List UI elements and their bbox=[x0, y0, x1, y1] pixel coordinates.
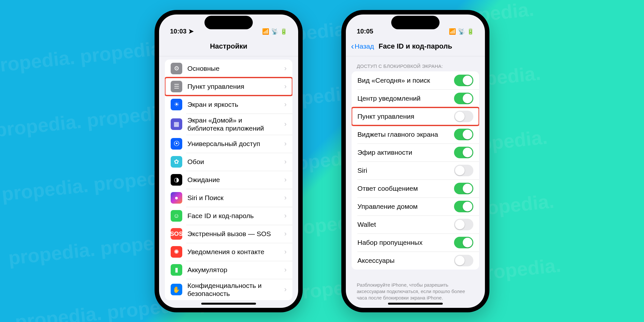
wifi-icon: 📡 bbox=[458, 28, 465, 35]
row-label: Экран «Домой» и библиотека приложений bbox=[187, 116, 279, 132]
settings-row-battery-icon: ▮ bbox=[171, 264, 182, 276]
settings-row-sos-icon: SOS bbox=[171, 228, 182, 240]
status-time: 10:03 ➤ bbox=[170, 27, 194, 35]
settings-row-faceid-icon: ☺ bbox=[171, 210, 182, 222]
toggle-reply-message[interactable] bbox=[454, 183, 473, 194]
row-label: Уведомления о контакте bbox=[187, 248, 279, 256]
row-label: Основные bbox=[187, 64, 279, 72]
status-time: 10:05 bbox=[357, 28, 373, 35]
row-label: Аксессуары bbox=[357, 256, 449, 264]
row-label: Эфир активности bbox=[357, 148, 449, 156]
chevron-right-icon: › bbox=[284, 100, 287, 109]
chevron-right-icon: › bbox=[284, 248, 287, 256]
row-label: Конфиденциальность и безопасность bbox=[187, 281, 279, 298]
stage: 10:03 ➤ 📶 📡 🔋 Настройки ⚙Основные›☰Пункт… bbox=[0, 0, 644, 322]
row-label: Экстренный вызов — SOS bbox=[187, 230, 279, 238]
settings-row-wallpaper[interactable]: ✿Обои› bbox=[165, 153, 292, 171]
phone-right-screen: 10:05 📶 📡 🔋 ‹ Назад Face ID и код-пароль… bbox=[346, 14, 485, 308]
row-label: Виджеты главного экрана bbox=[357, 130, 449, 138]
chevron-right-icon: › bbox=[284, 176, 287, 184]
settings-row-accessibility-icon: ⦿ bbox=[171, 138, 182, 150]
settings-row-display[interactable]: ☀Экран и яркость› bbox=[165, 96, 292, 114]
settings-row-battery[interactable]: ▮Аккумулятор› bbox=[165, 261, 292, 279]
row-label: Face ID и код-пароль bbox=[187, 212, 279, 220]
toggle-reply-message-row: Ответ сообщением bbox=[352, 179, 479, 198]
row-label: Универсальный доступ bbox=[187, 140, 279, 148]
toggle-return-missed-row: Набор пропущенных bbox=[352, 234, 479, 252]
settings-row-standby-icon: ◑ bbox=[171, 174, 182, 186]
settings-row-siri-icon: ● bbox=[171, 192, 182, 204]
chevron-right-icon: › bbox=[284, 230, 287, 238]
chevron-right-icon: › bbox=[284, 194, 287, 202]
back-button[interactable]: ‹ Назад bbox=[351, 42, 374, 50]
row-label: Пункт управления bbox=[357, 112, 449, 120]
toggle-wallet-row: Wallet bbox=[352, 216, 479, 234]
location-arrow-icon: ➤ bbox=[188, 28, 194, 35]
toggle-home-control[interactable] bbox=[454, 201, 473, 212]
row-label: Экран и яркость bbox=[187, 100, 279, 108]
row-label: Siri и Поиск bbox=[187, 194, 279, 202]
settings-row-siri[interactable]: ●Siri и Поиск› bbox=[165, 189, 292, 207]
chevron-right-icon: › bbox=[284, 266, 287, 274]
toggle-notification-center[interactable] bbox=[454, 93, 473, 104]
wifi-icon: 📡 bbox=[271, 28, 278, 35]
settings-row-control-center[interactable]: ☰Пункт управления› bbox=[165, 78, 292, 96]
navbar: ‹ Назад Face ID и код-пароль bbox=[346, 37, 485, 56]
chevron-right-icon: › bbox=[284, 212, 287, 220]
toggle-today-view-row: Вид «Сегодня» и поиск bbox=[352, 71, 479, 89]
chevron-right-icon: › bbox=[284, 140, 287, 148]
row-label: Пункт управления bbox=[187, 82, 279, 90]
toggle-home-widgets[interactable] bbox=[454, 129, 473, 140]
faceid-list[interactable]: ДОСТУП С БЛОКИРОВКОЙ ЭКРАНА: Вид «Сегодн… bbox=[346, 56, 485, 308]
toggle-wallet[interactable] bbox=[454, 219, 473, 230]
toggle-siri[interactable] bbox=[454, 165, 473, 176]
settings-row-display-icon: ☀ bbox=[171, 99, 182, 110]
section-footer: Разблокируйте iPhone, чтобы разрешить ак… bbox=[346, 279, 485, 303]
navbar: Настройки bbox=[159, 37, 298, 56]
settings-row-sos[interactable]: SOSЭкстренный вызов — SOS› bbox=[165, 225, 292, 243]
toggle-accessories[interactable] bbox=[454, 255, 473, 266]
row-label: Siri bbox=[357, 166, 449, 174]
settings-row-faceid[interactable]: ☺Face ID и код-пароль› bbox=[165, 207, 292, 225]
row-label: Обои bbox=[187, 158, 279, 166]
home-indicator[interactable] bbox=[388, 303, 443, 305]
toggle-home-control-row: Управление домом bbox=[352, 198, 479, 216]
toggle-today-view[interactable] bbox=[454, 75, 473, 86]
dynamic-island bbox=[204, 16, 253, 29]
battery-icon: 🔋 bbox=[280, 28, 287, 35]
chevron-right-icon: › bbox=[284, 285, 287, 294]
row-label: Центр уведомлений bbox=[357, 94, 449, 102]
settings-row-wallpaper-icon: ✿ bbox=[171, 156, 182, 168]
back-button-label: Назад bbox=[355, 42, 374, 50]
settings-row-privacy-icon: ✋ bbox=[171, 284, 182, 295]
row-label: Ожидание bbox=[187, 176, 279, 184]
toggle-control-center-row: Пункт управления bbox=[352, 107, 479, 125]
settings-row-homescreen[interactable]: ▦Экран «Домой» и библиотека приложений› bbox=[165, 114, 292, 135]
toggle-live-activities[interactable] bbox=[454, 147, 473, 158]
toggle-siri-row: Siri bbox=[352, 161, 479, 179]
settings-row-homescreen-icon: ▦ bbox=[171, 118, 182, 130]
home-indicator[interactable] bbox=[201, 303, 256, 305]
settings-row-general[interactable]: ⚙Основные› bbox=[165, 60, 292, 78]
toggle-notification-center-row: Центр уведомлений bbox=[352, 89, 479, 107]
toggle-return-missed[interactable] bbox=[454, 237, 473, 248]
settings-row-standby[interactable]: ◑Ожидание› bbox=[165, 171, 292, 189]
battery-icon: 🔋 bbox=[467, 28, 474, 35]
settings-row-privacy[interactable]: ✋Конфиденциальность и безопасность› bbox=[165, 279, 292, 300]
signal-icon: 📶 bbox=[262, 28, 269, 35]
phone-frame-right: 10:05 📶 📡 🔋 ‹ Назад Face ID и код-пароль… bbox=[341, 10, 489, 312]
settings-list[interactable]: ⚙Основные›☰Пункт управления›☀Экран и ярк… bbox=[159, 56, 298, 308]
toggle-home-widgets-row: Виджеты главного экрана bbox=[352, 125, 479, 143]
chevron-right-icon: › bbox=[284, 82, 287, 91]
row-label: Управление домом bbox=[357, 202, 449, 210]
toggle-control-center[interactable] bbox=[454, 111, 473, 122]
chevron-right-icon: › bbox=[284, 64, 287, 73]
row-label: Ответ сообщением bbox=[357, 184, 449, 192]
chevron-right-icon: › bbox=[284, 158, 287, 166]
phone-frame-left: 10:03 ➤ 📶 📡 🔋 Настройки ⚙Основные›☰Пункт… bbox=[155, 10, 303, 312]
navbar-title: Face ID и код-пароль bbox=[379, 42, 452, 51]
row-label: Аккумулятор bbox=[187, 266, 279, 274]
toggle-live-activities-row: Эфир активности bbox=[352, 143, 479, 161]
settings-row-accessibility[interactable]: ⦿Универсальный доступ› bbox=[165, 135, 292, 153]
settings-row-exposure[interactable]: ✺Уведомления о контакте› bbox=[165, 243, 292, 261]
